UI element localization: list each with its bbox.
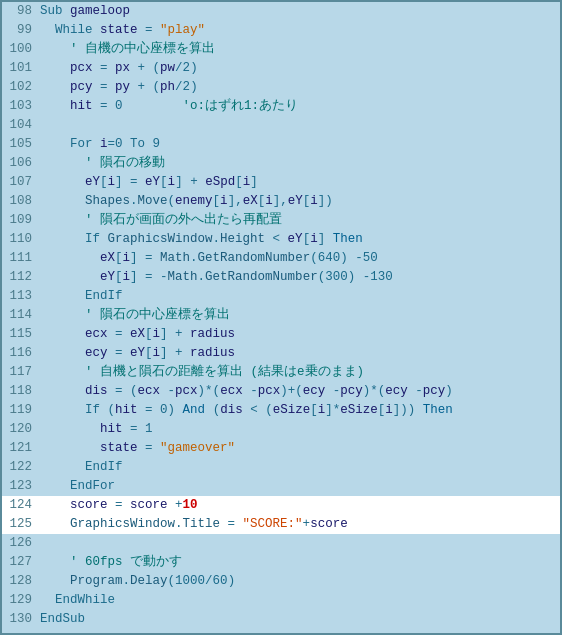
- code-line: 106 ' 隕石の移動: [2, 154, 560, 173]
- code-line: 98Sub gameloop: [2, 2, 560, 21]
- line-content: score = score +10: [40, 496, 560, 515]
- line-content: state = "gameover": [40, 439, 560, 458]
- line-content: pcx = px + (pw/2): [40, 59, 560, 78]
- line-content: If (hit = 0) And (dis < (eSize[i]*eSize[…: [40, 401, 560, 420]
- line-number: 112: [2, 268, 40, 287]
- line-content: If GraphicsWindow.Height < eY[i] Then: [40, 230, 560, 249]
- code-line: 103 hit = 0 'o:はずれ1:あたり: [2, 97, 560, 116]
- line-content: ' 60fps で動かす: [40, 553, 560, 572]
- line-content: ecy = eY[i] + radius: [40, 344, 560, 363]
- line-content: hit = 1: [40, 420, 560, 439]
- line-content: For i=0 To 9: [40, 135, 560, 154]
- line-number: 123: [2, 477, 40, 496]
- code-line: 101 pcx = px + (pw/2): [2, 59, 560, 78]
- line-content: EndWhile: [40, 591, 560, 610]
- code-line: 110 If GraphicsWindow.Height < eY[i] The…: [2, 230, 560, 249]
- line-content: ' 自機の中心座標を算出: [40, 40, 560, 59]
- line-number: 103: [2, 97, 40, 116]
- code-line: 123 EndFor: [2, 477, 560, 496]
- code-line: 120 hit = 1: [2, 420, 560, 439]
- line-content: hit = 0 'o:はずれ1:あたり: [40, 97, 560, 116]
- code-line: 102 pcy = py + (ph/2): [2, 78, 560, 97]
- code-line: 126: [2, 534, 560, 553]
- code-line: 125 GraphicsWindow.Title = "SCORE:"+scor…: [2, 515, 560, 534]
- code-line: 122 EndIf: [2, 458, 560, 477]
- line-number: 122: [2, 458, 40, 477]
- code-line: 118 dis = (ecx -pcx)*(ecx -pcx)+(ecy -pc…: [2, 382, 560, 401]
- line-content: ' 自機と隕石の距離を算出 (結果はe乗のまま): [40, 363, 560, 382]
- line-number: 106: [2, 154, 40, 173]
- line-number: 120: [2, 420, 40, 439]
- code-line: 107 eY[i] = eY[i] + eSpd[i]: [2, 173, 560, 192]
- line-number: 115: [2, 325, 40, 344]
- line-content: eY[i] = -Math.GetRandomNumber(300) -130: [40, 268, 560, 287]
- code-line: 121 state = "gameover": [2, 439, 560, 458]
- line-content: GraphicsWindow.Title = "SCORE:"+score: [40, 515, 560, 534]
- line-content: EndIf: [40, 458, 560, 477]
- line-number: 127: [2, 553, 40, 572]
- line-content: ' 隕石が画面の外へ出たら再配置: [40, 211, 560, 230]
- code-line: 100 ' 自機の中心座標を算出: [2, 40, 560, 59]
- line-number: 101: [2, 59, 40, 78]
- line-content: pcy = py + (ph/2): [40, 78, 560, 97]
- line-content: Program.Delay(1000/60): [40, 572, 560, 591]
- code-line: 114 ' 隕石の中心座標を算出: [2, 306, 560, 325]
- code-line: 119 If (hit = 0) And (dis < (eSize[i]*eS…: [2, 401, 560, 420]
- line-number: 129: [2, 591, 40, 610]
- code-line: 128 Program.Delay(1000/60): [2, 572, 560, 591]
- code-line: 113 EndIf: [2, 287, 560, 306]
- line-number: 110: [2, 230, 40, 249]
- line-content: EndSub: [40, 610, 560, 629]
- line-content: eY[i] = eY[i] + eSpd[i]: [40, 173, 560, 192]
- code-line: 109 ' 隕石が画面の外へ出たら再配置: [2, 211, 560, 230]
- line-content: ' 隕石の中心座標を算出: [40, 306, 560, 325]
- line-content: ecx = eX[i] + radius: [40, 325, 560, 344]
- line-content: Sub gameloop: [40, 2, 560, 21]
- line-content: ' 隕石の移動: [40, 154, 560, 173]
- code-line: 112 eY[i] = -Math.GetRandomNumber(300) -…: [2, 268, 560, 287]
- line-number: 119: [2, 401, 40, 420]
- line-number: 128: [2, 572, 40, 591]
- code-area: 98Sub gameloop99 While state = "play"100…: [2, 2, 560, 633]
- line-number: 113: [2, 287, 40, 306]
- line-number: 117: [2, 363, 40, 382]
- line-number: 118: [2, 382, 40, 401]
- line-number: 104: [2, 116, 40, 135]
- line-content: Shapes.Move(enemy[i],eX[i],eY[i]): [40, 192, 560, 211]
- line-number: 116: [2, 344, 40, 363]
- line-number: 107: [2, 173, 40, 192]
- line-number: 99: [2, 21, 40, 40]
- line-number: 98: [2, 2, 40, 21]
- line-number: 126: [2, 534, 40, 553]
- line-number: 109: [2, 211, 40, 230]
- line-number: 111: [2, 249, 40, 268]
- line-content: EndFor: [40, 477, 560, 496]
- editor-container: 98Sub gameloop99 While state = "play"100…: [0, 0, 562, 635]
- code-line: 111 eX[i] = Math.GetRandomNumber(640) -5…: [2, 249, 560, 268]
- line-content: EndIf: [40, 287, 560, 306]
- code-line: 129 EndWhile: [2, 591, 560, 610]
- line-number: 130: [2, 610, 40, 629]
- code-line: 127 ' 60fps で動かす: [2, 553, 560, 572]
- code-line: 130EndSub: [2, 610, 560, 629]
- line-content: eX[i] = Math.GetRandomNumber(640) -50: [40, 249, 560, 268]
- code-line: 115 ecx = eX[i] + radius: [2, 325, 560, 344]
- line-number: 114: [2, 306, 40, 325]
- code-line: 105 For i=0 To 9: [2, 135, 560, 154]
- code-line: 124 score = score +10: [2, 496, 560, 515]
- line-number: 124: [2, 496, 40, 515]
- line-number: 108: [2, 192, 40, 211]
- code-line: 99 While state = "play": [2, 21, 560, 40]
- line-number: 102: [2, 78, 40, 97]
- line-number: 105: [2, 135, 40, 154]
- line-content: dis = (ecx -pcx)*(ecx -pcx)+(ecy -pcy)*(…: [40, 382, 560, 401]
- line-content: While state = "play": [40, 21, 560, 40]
- code-line: 116 ecy = eY[i] + radius: [2, 344, 560, 363]
- code-line: 117 ' 自機と隕石の距離を算出 (結果はe乗のまま): [2, 363, 560, 382]
- line-number: 125: [2, 515, 40, 534]
- code-line: 104: [2, 116, 560, 135]
- line-number: 100: [2, 40, 40, 59]
- code-line: 108 Shapes.Move(enemy[i],eX[i],eY[i]): [2, 192, 560, 211]
- line-number: 121: [2, 439, 40, 458]
